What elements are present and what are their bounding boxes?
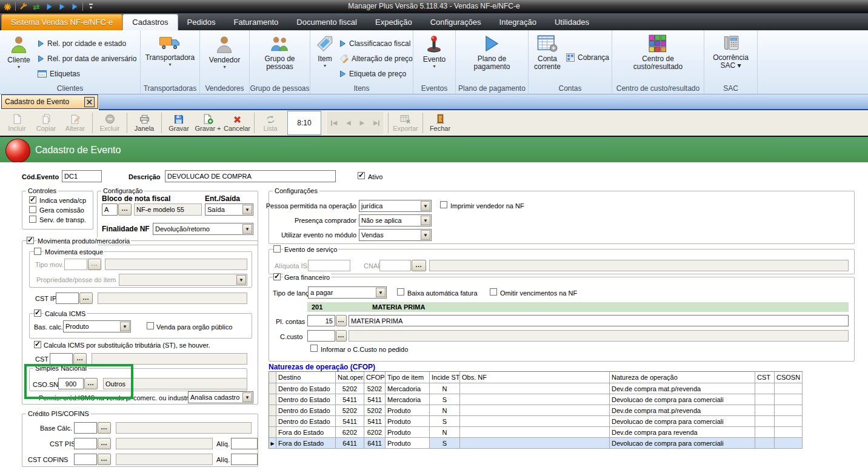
pessoa-permitida-dropdown[interactable]: jurídica▼ [359,200,432,212]
tipo-lanc-dropdown[interactable]: a pagar▼ [308,286,387,299]
permis-cred-dropdown[interactable]: Analisa cadastro▼ [188,391,253,403]
calcula-icms-checkbox[interactable] [34,309,41,317]
descricao-field[interactable] [165,170,336,182]
venda-orgao-checkbox[interactable] [147,322,154,329]
table-row[interactable]: Fora do Estado62026202ProdutoNDev.de com… [269,427,803,438]
aliq-cofins-field[interactable] [231,454,258,465]
row-selector-cell[interactable]: ▶ [269,438,276,449]
gera-financeiro-checkbox[interactable] [273,273,281,280]
base-calc-field[interactable] [74,422,97,434]
tab-utilidades[interactable]: Utilidades [546,15,598,30]
omitir-vencimentos-checkbox[interactable] [490,288,497,296]
excluir-button[interactable]: Excluir [95,110,124,136]
incluir-button[interactable]: Incluir [2,110,32,136]
ent-saida-dropdown[interactable]: Saída▼ [205,203,253,216]
nav-prev-button[interactable]: ◀ [346,120,351,126]
tab-sistema-vendas[interactable]: Sistema Vendas NF-e/NFC-e [1,14,122,30]
serv-transp-checkbox[interactable] [29,216,36,223]
rel-por-cidade-estado-item[interactable]: Rel. por cidade e estado [38,36,136,51]
alterar-button[interactable]: Alterar [61,110,90,136]
tab-faturamento[interactable]: Faturamento [225,15,288,30]
table-row[interactable]: Dentro do Estado52025202ProdutoNDev.de c… [269,405,803,416]
bloco-lookup-button[interactable]: … [118,203,132,216]
cod-evento-field[interactable] [62,170,102,182]
movimenta-estoque-checkbox[interactable] [34,248,41,255]
centro-custo-button[interactable]: Centro de custo/resultado [633,30,683,71]
cst-lookup-button[interactable]: … [73,353,87,365]
ocorrencia-sac-button[interactable]: Ocorrência SAC ▾ [713,30,749,70]
row-selector-cell[interactable] [269,405,276,416]
close-tab-button[interactable] [84,97,95,107]
gravar-button[interactable]: Gravar [164,110,193,136]
cst-field[interactable] [50,353,73,365]
table-row[interactable]: Dentro do Estado54115411MercadoriaSDevol… [269,394,803,405]
column-header-tipo-item[interactable]: Tipo de item [386,372,430,383]
row-selector-cell[interactable] [269,416,276,427]
ativo-checkbox[interactable] [358,172,365,179]
rel-por-data-aniversario-item[interactable]: Rel. por data de aniversário [38,51,136,66]
baixa-automatica-checkbox[interactable] [397,288,404,296]
icms-st-checkbox[interactable] [34,341,41,348]
table-row[interactable]: ▶Fora do Estado64116411ProdutoSDevolucao… [269,438,803,449]
nav-next-button[interactable]: ▶ [359,120,364,126]
grupo-pessoas-button[interactable]: Grupo de pessoas [264,30,295,71]
nav-first-button[interactable]: ◀ [331,120,337,126]
column-header-cst[interactable]: CST [755,372,775,383]
column-header-csosn[interactable]: CSOSN [775,372,803,383]
pl-contas-lookup-button[interactable]: … [336,315,347,326]
etiquetas-item[interactable]: Etiquetas [38,66,136,81]
informar-ccusto-checkbox[interactable] [310,345,318,352]
cnae-lookup-button[interactable]: … [412,260,426,271]
presenca-comprador-dropdown[interactable]: Não se aplica▼ [359,214,432,226]
tab-configuracoes[interactable]: Configurações [421,15,490,30]
lista-button[interactable]: Lista [257,110,284,136]
cst-pis-field[interactable] [74,438,97,449]
cst-cofins-field[interactable] [74,454,97,465]
row-selector-cell[interactable] [269,383,276,394]
column-header-nat-oper[interactable]: Nat.oper. [336,372,364,383]
cancelar-button[interactable]: Cancelar [222,110,252,136]
conta-corrente-button[interactable]: Conta corrente [529,30,566,71]
utilizar-modulo-dropdown[interactable]: Vendas▼ [359,229,432,241]
tab-expedicao[interactable]: Expedição [366,15,421,30]
item-button[interactable]: Item ▾ [310,30,339,68]
aliq-pis-field[interactable] [231,438,258,449]
movimenta-checkbox[interactable] [27,237,34,244]
cliente-button[interactable]: Cliente ▾ [0,30,38,70]
copiar-button[interactable]: Copiar [32,110,61,136]
ccusto-lookup-button[interactable]: … [336,330,347,342]
janela-button[interactable]: Janela [130,110,159,136]
transportadora-button[interactable]: Transportadora ▾ [145,30,195,67]
gravar-mais-button[interactable]: Gravar + [193,110,222,136]
column-header-obs-nf[interactable]: Obs. NF [460,372,610,383]
cst-ipi-field[interactable] [56,293,79,304]
tab-documento-fiscal[interactable]: Documento fiscal [287,15,366,30]
plano-pagamento-button[interactable]: Plano de pagamento [473,30,510,71]
cst-ipi-lookup-button[interactable]: … [79,293,93,304]
gera-comissao-checkbox[interactable] [29,206,36,213]
bas-calc-dropdown[interactable]: Produto▼ [63,320,131,332]
bloco-cod-field[interactable] [102,203,118,216]
row-selector-cell[interactable] [269,427,276,438]
column-header-cfop[interactable]: CFOP [364,372,386,383]
tab-pedidos[interactable]: Pedidos [178,15,225,30]
indica-venda-checkbox[interactable] [29,196,36,203]
row-selector-cell[interactable] [269,394,276,405]
cst-cofins-lookup-button[interactable]: … [98,454,111,465]
ccusto-field[interactable] [307,330,335,342]
tab-integracao[interactable]: Integração [490,15,546,30]
column-header-incide-st[interactable]: Incide ST [430,372,460,383]
fechar-button[interactable]: Fechar [426,110,455,136]
table-row[interactable]: Dentro do Estado54115411ProdutoSDevoluca… [269,416,803,427]
classificacao-fiscal-item[interactable]: Classificacao fiscal [339,36,413,51]
etiqueta-preco-item[interactable]: Etiqueta de preço [339,66,413,81]
doc-tab-cadastro-evento[interactable]: Cadastro de Evento [1,94,98,109]
cobranca-item[interactable]: Cobrança [566,50,609,65]
column-header-destino[interactable]: Destino [276,372,336,383]
imprimir-vendedor-checkbox[interactable] [440,201,447,208]
exportar-button[interactable]: Exportar [391,110,420,136]
column-header-natureza[interactable]: Natureza de operação [610,372,755,383]
base-calc-lookup-button[interactable]: … [98,422,111,434]
table-row[interactable]: Dentro do Estado52025202MercadoriaNDev.d… [269,383,803,394]
tab-cadastros[interactable]: Cadastros [122,14,178,30]
